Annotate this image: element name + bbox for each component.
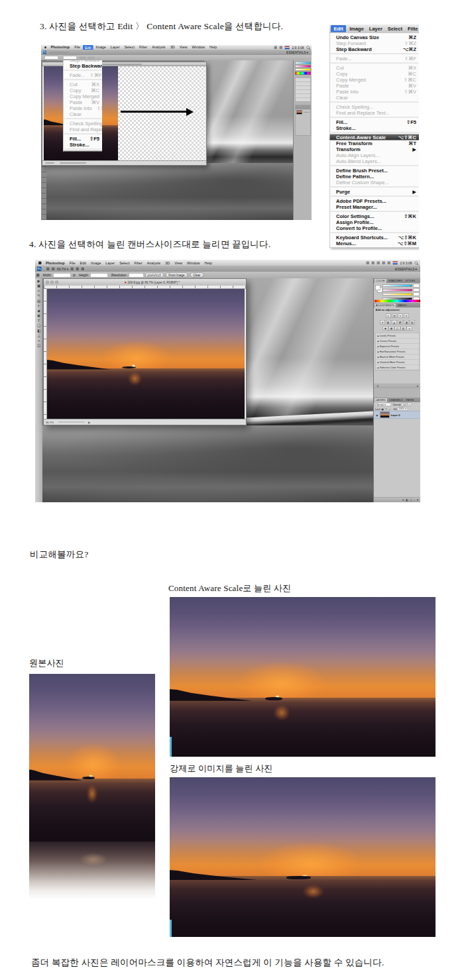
panel-tab-styles[interactable]: STYLES [404, 278, 416, 283]
menu-item-menus[interactable]: Menus...⌥⇧⌘M [330, 241, 420, 246]
tool-icon-item[interactable]: ▣ [35, 284, 42, 289]
menu-item-preset-manager[interactable]: Preset Manager... [330, 204, 420, 210]
tool-icon-item[interactable]: + [35, 338, 42, 343]
zoom-window-icon[interactable] [55, 281, 58, 284]
option-field[interactable] [44, 56, 58, 60]
magenta-slider[interactable] [295, 65, 311, 68]
input-language-flag-icon[interactable] [392, 261, 398, 265]
menubar-item-image[interactable]: Image [349, 26, 364, 32]
opacity-value[interactable]: 100% ▾ [401, 403, 412, 406]
menubar-item-help[interactable]: Help [209, 45, 217, 50]
menu-item-free-transform[interactable]: Free Transform⌘T [330, 140, 420, 146]
toolbar-controls[interactable] [49, 52, 69, 53]
menubar-item-analysis[interactable]: Analysis [147, 261, 160, 265]
return-icon[interactable]: ↺ [377, 385, 378, 388]
layer-thumbnail[interactable] [380, 412, 389, 418]
resolution-field[interactable] [129, 273, 144, 278]
yellow-value[interactable] [414, 293, 420, 296]
layers-footer-icon-item[interactable]: + [414, 498, 415, 502]
layer-row[interactable]: ◉ Layer 0 [374, 411, 420, 419]
adjustment-icon-item[interactable]: ▧ [401, 327, 406, 331]
menu-item-fill[interactable]: Fill...⇧F5 [64, 136, 103, 142]
lock-transparent-icon[interactable]: ▣ [381, 408, 384, 411]
fill-value[interactable]: 100% ▾ [397, 408, 408, 411]
magenta-slider[interactable] [382, 289, 412, 292]
tool-icon-item[interactable]: ◉ [35, 313, 42, 319]
minimize-window-icon[interactable] [50, 281, 54, 284]
menubar-item-3d[interactable]: 3D [170, 45, 175, 50]
spectrum-bar[interactable] [295, 72, 311, 75]
magenta-value[interactable] [414, 288, 420, 292]
menubar-item-layer[interactable]: Layer [369, 26, 382, 32]
cyan-value[interactable] [414, 284, 420, 288]
tool-icon-item[interactable]: ◐ [35, 303, 42, 309]
panel-tab-swatches[interactable]: SWATCHES [386, 278, 404, 283]
menubar-item-layer[interactable]: Layer [105, 261, 115, 265]
ps-app-icon[interactable]: Ps [37, 266, 42, 271]
menubar-item-file[interactable]: File [70, 261, 76, 265]
preset-levels-presets[interactable]: Levels Presets [376, 333, 420, 339]
spotlight-icon[interactable] [307, 46, 310, 49]
adjustment-icon-item[interactable]: ◧ [386, 320, 391, 325]
menubar-item-view[interactable]: View [180, 45, 188, 50]
workspace-button[interactable]: ESSENTIALS ▾ [286, 50, 308, 54]
preset-curves-presets[interactable]: Curves Presets [376, 339, 420, 344]
tool-icon-item[interactable]: ✎ [35, 294, 42, 299]
menubar-item-filte[interactable]: Filte [408, 26, 418, 32]
panel-tab-layers[interactable]: LAYERS [374, 398, 388, 402]
option-chip[interactable] [80, 57, 86, 58]
zoom-level-control[interactable]: 66.7% ▾ [57, 267, 68, 271]
panel-tab-color[interactable]: COLOR [374, 278, 386, 283]
layer-visibility-eye-icon[interactable]: ◉ [376, 413, 378, 417]
apple-logo-icon[interactable] [38, 261, 42, 264]
preset-channel-mixer-presets[interactable]: Channel Mixer Presets [376, 360, 420, 365]
layers-footer-icon-item[interactable]: ◧ [406, 498, 408, 502]
width-field[interactable] [53, 273, 71, 278]
menu-item-content-aware-scale[interactable]: Content-Aware Scale⌥⇧⌘C [64, 151, 103, 152]
menubar-item-image[interactable]: Image [96, 45, 106, 50]
tool-icon-item[interactable]: ◧ [35, 328, 42, 333]
menubar-item-view[interactable]: View [174, 261, 182, 265]
adjustment-icon-item[interactable]: ▤ [392, 314, 397, 319]
menubar-item-file[interactable]: File [74, 45, 80, 50]
menubar-item-filter[interactable]: Filter [139, 45, 147, 50]
blend-mode-select[interactable]: Normal ▾ [375, 403, 391, 406]
adjustment-icon-item[interactable]: ◕ [407, 327, 412, 331]
panel-tab-masks[interactable]: MASKS [396, 303, 408, 307]
preset-black-white-presets[interactable]: Black & White Presets [376, 354, 420, 360]
apple-logo-icon[interactable] [44, 46, 46, 48]
height-field[interactable] [90, 273, 108, 278]
preset-exposure-presets[interactable]: Exposure Presets [376, 344, 420, 349]
menubar-item-edit[interactable]: Edit [331, 25, 346, 32]
tool-icon-item[interactable]: △ [35, 333, 42, 339]
cyan-slider[interactable] [295, 62, 311, 64]
workspace-button[interactable]: ESSENTIALS ▾ [395, 267, 417, 271]
menubar-item-layer[interactable]: Layer [111, 45, 120, 50]
front-image-button[interactable]: Front Image [166, 273, 188, 278]
yellow-slider[interactable] [382, 293, 412, 296]
cyan-slider[interactable] [382, 284, 412, 287]
hand-tool-icon[interactable] [71, 267, 74, 270]
adjustment-icon-item[interactable]: ◫ [395, 327, 400, 331]
menu-item-stroke[interactable]: Stroke... [330, 125, 420, 131]
menubar-item-select[interactable]: Select [119, 261, 129, 265]
arrange-documents-icon[interactable] [76, 267, 80, 270]
menubar-item-filter[interactable]: Filter [134, 261, 142, 265]
adjustment-icon-item[interactable]: ▾ [380, 320, 385, 325]
clear-button[interactable]: Clear [190, 273, 203, 278]
resolution-unit-select[interactable]: pixels/inch [146, 273, 163, 277]
document-window-large[interactable]: 200-8.jpg @ 66.7% (Layer 0, RGB/8*) * [43, 278, 247, 425]
menu-item-convert-to-profile[interactable]: Convert to Profile... [330, 225, 420, 231]
mini-layers-panel[interactable] [295, 105, 311, 136]
layers-footer-icon-item[interactable]: ⊙ [402, 498, 404, 502]
tool-icon-item[interactable]: ◫ [35, 343, 42, 349]
ps-app-icon[interactable]: Ps [43, 51, 46, 54]
input-language-flag-icon[interactable] [284, 46, 290, 50]
adjustment-icon-item[interactable]: ◙ [383, 327, 388, 331]
menubar-item-edit[interactable]: Edit [80, 261, 86, 265]
adjustment-icon-item[interactable]: ◭ [392, 320, 397, 325]
adjustment-icon-item[interactable]: ▨ [410, 320, 415, 325]
menu-item-adobe-pdf-presets[interactable]: Adobe PDF Presets... [330, 198, 420, 204]
menu-item-define-pattern[interactable]: Define Pattern... [330, 174, 420, 180]
menubar-item-3d[interactable]: 3D [165, 261, 170, 265]
